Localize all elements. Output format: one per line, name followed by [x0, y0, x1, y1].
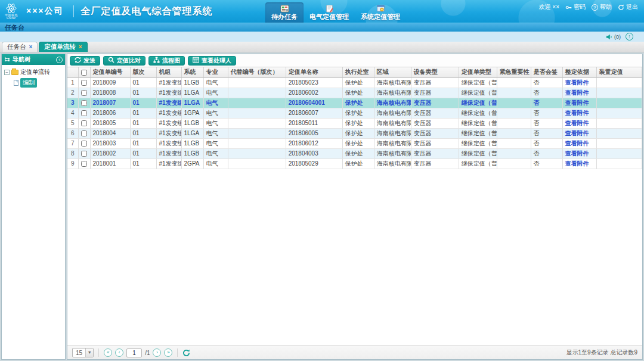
cell-type: 继保定值（普通） [459, 88, 497, 98]
row-number-cell: 9 [67, 158, 78, 169]
tree-child-label: 编制 [20, 78, 37, 88]
cell-countersign: 否 [531, 148, 562, 158]
view-attachment-link[interactable]: 查看附件 [565, 89, 589, 96]
select-all-checkbox[interactable] [81, 70, 87, 76]
cell-replace [228, 148, 286, 158]
view-attachment-link[interactable]: 查看附件 [565, 150, 589, 157]
nav-item-系统定值管理[interactable]: 系统定值管理 [355, 2, 406, 23]
row-number-cell: 8 [67, 148, 78, 158]
view-attachment-link[interactable]: 查看附件 [565, 120, 589, 126]
table-row[interactable]: 9201800101#1发变组2GPA电气201805029保护处海南核电有限公… [67, 158, 642, 169]
定值比对-button[interactable]: 定值比对 [103, 56, 145, 66]
流程图-button[interactable]: 流程图 [148, 56, 185, 66]
table-row[interactable]: 1201800901#1发变组1LGB电气201805023保护处海南核电有限公… [67, 77, 642, 88]
sound-count: (0) [614, 34, 621, 40]
row-checkbox[interactable] [81, 110, 87, 116]
sound-notice-button[interactable]: (0) [606, 34, 621, 40]
table-row[interactable]: 6201800401#1发变组1LGA电气201806005保护处海南核电有限公… [67, 128, 642, 138]
view-attachment-link[interactable]: 查看附件 [565, 130, 589, 136]
system-title: 全厂定值及电气综合管理系统 [81, 5, 213, 18]
cell-dept: 保护处 [342, 138, 374, 148]
page-size-select[interactable]: 15 ▼ [72, 348, 94, 357]
row-checkbox[interactable] [81, 100, 87, 106]
logout-button[interactable]: 退出 [618, 3, 638, 11]
tab-定值单流转[interactable]: 定值单流转× [39, 42, 87, 52]
cell-device-value [596, 98, 642, 108]
cell-replace [228, 98, 286, 108]
发送-button[interactable]: 发送 [70, 56, 100, 66]
table-row[interactable]: 5201800501#1发变组1LGB电气201805011保护处海南核电有限公… [67, 118, 642, 128]
row-checkbox[interactable] [81, 161, 87, 167]
nav-item-待办任务[interactable]: 待办任务 [265, 2, 304, 23]
cell-rev: 01 [130, 77, 156, 88]
row-number-cell: 6 [67, 128, 78, 138]
cell-major: 电气 [203, 77, 228, 88]
pager-divider [98, 348, 99, 357]
tab-任务台[interactable]: 任务台× [2, 42, 38, 52]
row-checkbox[interactable] [81, 90, 87, 96]
cell-unit: #1发变组 [156, 148, 181, 158]
column-header: 执行处室 [342, 67, 374, 77]
row-checkbox[interactable] [81, 120, 87, 126]
table-row[interactable]: 8201800201#1发变组1LGB电气201804003保护处海南核电有限公… [67, 148, 642, 158]
column-header: 是否会签 [531, 67, 562, 77]
tree-node-root[interactable]: − 定值单流转 [4, 68, 63, 76]
row-checkbox[interactable] [81, 80, 87, 86]
column-header: 定值单类型 [459, 67, 497, 77]
last-page-button[interactable]: » [164, 348, 172, 357]
cell-device: 变压器 [411, 108, 459, 118]
refresh-button[interactable] [182, 349, 190, 357]
table-row[interactable]: 2201800801#1发变组1LGA电气201806002保护处海南核电有限公… [67, 88, 642, 98]
nav-item-电气定值管理[interactable]: 电气定值管理 [304, 2, 355, 23]
next-page-button[interactable]: › [153, 348, 161, 357]
查看处理人-button[interactable]: 查看处理人 [188, 56, 236, 66]
cell-dept: 保护处 [342, 108, 374, 118]
cell-basis: 查看附件 [562, 128, 596, 138]
tree-node-child[interactable]: 编制 [14, 78, 63, 88]
prev-page-button[interactable]: ‹ [115, 348, 123, 357]
view-attachment-link[interactable]: 查看附件 [565, 79, 589, 86]
row-checkbox[interactable] [81, 141, 87, 147]
table-row[interactable]: 4201800601#1发变组1GPA电气201806007保护处海南核电有限公… [67, 108, 642, 118]
table-row[interactable]: 3201800701#1发变组1LGA电气20180604001保护处海南核电有… [67, 98, 642, 108]
sidebar-collapse-button[interactable]: ‹ [56, 57, 63, 63]
welcome-text: 欢迎 ×× [539, 3, 559, 11]
header-row: 定值单编号版次机组系统专业代替编号（版次）定值单名称执行处室区域设备类型定值单类… [67, 67, 642, 77]
setting-sheet-table: 定值单编号版次机组系统专业代替编号（版次）定值单名称执行处室区域设备类型定值单类… [67, 67, 642, 169]
row-number-cell: 4 [67, 108, 78, 118]
cell-countersign: 否 [531, 77, 562, 88]
view-attachment-link[interactable]: 查看附件 [565, 110, 589, 116]
view-attachment-link[interactable]: 查看附件 [565, 160, 589, 167]
view-attachment-link[interactable]: 查看附件 [565, 99, 589, 106]
cell-name: 201805011 [286, 118, 342, 128]
cell-unit: #1发变组 [156, 88, 181, 98]
cell-type: 继保定值（普通） [459, 138, 497, 148]
main-nav: 待办任务电气定值管理系统定值管理 [265, 2, 406, 23]
data-grid-wrap: 定值单编号版次机组系统专业代替编号（版次）定值单名称执行处室区域设备类型定值单类… [67, 67, 642, 346]
page-number-input[interactable] [126, 348, 142, 357]
view-attachment-link[interactable]: 查看附件 [565, 140, 589, 147]
close-icon[interactable]: × [29, 44, 33, 50]
tree-root-label: 定值单流转 [20, 68, 50, 76]
cell-area: 海南核电有限公司 [374, 77, 411, 88]
first-page-button[interactable]: « [104, 348, 112, 357]
scroll-top-button[interactable]: ↑ [626, 33, 633, 41]
row-checkbox[interactable] [81, 151, 87, 157]
row-select-cell [78, 148, 90, 158]
cell-device: 变压器 [411, 118, 459, 128]
table-row[interactable]: 7201800301#1发变组1LGB电气201806012保护处海南核电有限公… [67, 138, 642, 148]
tree-expander-icon[interactable]: − [4, 70, 10, 75]
toolbar-button-label: 定值比对 [117, 57, 141, 65]
close-icon[interactable]: × [79, 44, 82, 50]
cell-urgency [497, 138, 531, 148]
cell-name: 201805029 [286, 158, 342, 169]
cell-area: 海南核电有限公司 [374, 158, 411, 169]
password-button[interactable]: 密码 [565, 3, 586, 11]
cell-rev: 01 [130, 88, 156, 98]
cell-basis: 查看附件 [562, 138, 596, 148]
cell-system: 1LGB [181, 77, 203, 88]
help-button[interactable]: ? 帮助 [592, 3, 612, 11]
key-icon [565, 4, 572, 11]
cell-dept: 保护处 [342, 118, 374, 128]
row-checkbox[interactable] [81, 130, 87, 136]
